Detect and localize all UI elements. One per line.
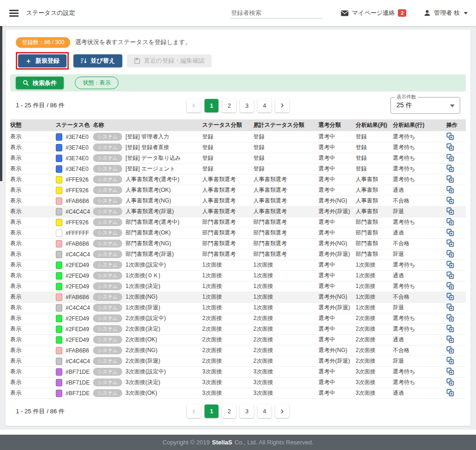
analysis-column-cell: 3次面接 <box>356 366 393 377</box>
cumulative-category-cell: 登録 <box>253 163 318 174</box>
system-tag: システム <box>93 197 122 205</box>
analysis-column-cell: 1次面接 <box>356 260 393 270</box>
user-menu[interactable]: 管理者 枝 <box>424 9 468 17</box>
copy-button[interactable] <box>446 250 454 258</box>
copy-button[interactable] <box>446 261 454 268</box>
copy-button[interactable] <box>446 239 454 247</box>
sort-button[interactable]: 並び替え <box>73 54 122 67</box>
name-cell: システム部門書類選考(辞退) <box>93 249 202 260</box>
next-page-button[interactable] <box>275 404 289 418</box>
copy-button[interactable] <box>446 314 454 322</box>
copy-icon <box>446 175 454 183</box>
analysis-column-cell: 部門書類 <box>356 217 393 228</box>
page-button-1[interactable]: 1 <box>205 99 218 112</box>
name-cell: システム2次面接(OK) <box>93 334 202 345</box>
copy-button[interactable] <box>446 207 454 215</box>
copy-button[interactable] <box>446 303 454 311</box>
category-cell: 2次面接 <box>202 334 253 345</box>
color-swatch <box>56 326 62 333</box>
cumulative-category-cell: 3次面接 <box>253 366 318 377</box>
copy-button[interactable] <box>446 346 454 354</box>
chevron-down-icon <box>464 12 468 14</box>
copy-button[interactable] <box>446 175 454 183</box>
table-row: 表示#2FED49システム1次面接(設定中)1次面接1次面接選考中1次面接選考待… <box>10 260 466 270</box>
copy-button[interactable] <box>446 357 454 365</box>
analysis-row-cell: 選考待ち <box>393 142 446 153</box>
cumulative-category-cell: 部門書類選考 <box>253 238 318 249</box>
analysis-column-cell: 1次面接 <box>356 302 393 313</box>
status-name: 3次面接(OK) <box>126 389 157 397</box>
copy-icon <box>446 271 454 279</box>
status-table: 状態ステータス色名称ステータス分類累計ステータス分類選考分類分析結果(列)分析結… <box>10 119 466 399</box>
color-hex: #BF71DE <box>66 369 90 375</box>
selection-category-cell: 選考中 <box>318 334 356 345</box>
navbar: ステータスの設定 マイページ連絡 2 管理者 枝 <box>0 0 476 26</box>
page-button-4[interactable]: 4 <box>258 404 271 418</box>
copy-button[interactable] <box>446 143 454 151</box>
page-button-3[interactable]: 3 <box>240 99 254 112</box>
analysis-column-cell: 登録 <box>356 163 393 174</box>
copy-button[interactable] <box>446 164 454 172</box>
page-button-1[interactable]: 1 <box>205 404 218 418</box>
color-cell: #FFE926 <box>56 217 93 228</box>
status-filter-chip[interactable]: 状態：表示 <box>75 77 119 89</box>
new-registration-button[interactable]: ＋ 新規登録 <box>18 54 66 67</box>
page-button-2[interactable]: 2 <box>222 99 236 112</box>
table-row: 表示#FFFFFFシステム部門書類選考(OK)部門書類選考部門書類選考選考中部門… <box>10 228 466 238</box>
per-page-select[interactable]: 表示件数 25 件 <box>390 97 460 114</box>
copy-button[interactable] <box>446 335 454 343</box>
copy-button[interactable] <box>446 325 454 333</box>
copy-button[interactable] <box>446 282 454 290</box>
state-cell: 表示 <box>10 228 56 238</box>
previous-page-button[interactable] <box>187 99 201 112</box>
search-conditions-bar: 検索条件 状態：表示 <box>10 74 466 91</box>
table-row: 表示#BF71DEシステム3次面接(決定)3次面接3次面接選考中3次面接選考待ち <box>10 377 466 388</box>
result-range-text: 1 - 25 件目 / 86 件 <box>16 101 65 110</box>
page-button-4[interactable]: 4 <box>258 99 271 112</box>
mypage-mail-link[interactable]: マイページ連絡 2 <box>341 9 406 17</box>
operation-cell <box>446 345 466 356</box>
cumulative-category-cell: 部門書類選考 <box>253 249 318 260</box>
copy-icon <box>446 186 454 194</box>
copy-button[interactable] <box>446 378 454 386</box>
cumulative-category-cell: 1次面接 <box>253 260 318 270</box>
table-row: 表示#BF71DEシステム3次面接(OK)3次面接3次面接選考中3次面接通過 <box>10 388 466 398</box>
next-page-button[interactable] <box>275 99 289 112</box>
status-name: 部門書類選考(選考中) <box>126 218 179 226</box>
recent-edits-button[interactable]: 直近の登録・編集確認 <box>127 54 212 67</box>
color-hex: #2FED49 <box>66 315 89 322</box>
copy-button[interactable] <box>446 132 454 140</box>
copy-button[interactable] <box>446 367 454 375</box>
search-conditions-button[interactable]: 検索条件 <box>16 77 64 89</box>
cumulative-category-cell: 1次面接 <box>253 292 318 302</box>
mypage-label: マイページ連絡 <box>352 9 395 17</box>
selection-category-cell: 選考中 <box>318 313 356 324</box>
category-cell: 1次面接 <box>202 281 253 292</box>
operation-cell <box>446 142 466 153</box>
analysis-row-cell: 選考待ち <box>393 260 446 270</box>
copy-button[interactable] <box>446 389 454 397</box>
page-button-3[interactable]: 3 <box>240 404 254 418</box>
menu-icon[interactable] <box>9 10 19 17</box>
state-cell: 表示 <box>10 313 56 324</box>
state-cell: 表示 <box>10 377 56 388</box>
state-cell: 表示 <box>10 142 56 153</box>
operation-cell <box>446 356 466 366</box>
count-badge: 登録数：86 / 300 <box>16 37 70 48</box>
copy-button[interactable] <box>446 271 454 279</box>
copy-button[interactable] <box>446 186 454 194</box>
cumulative-category-cell: 人事書類選考 <box>253 196 318 206</box>
person-icon <box>424 10 430 16</box>
selection-category-cell: 選考中 <box>318 163 356 174</box>
copy-button[interactable] <box>446 218 454 226</box>
copy-button[interactable] <box>446 196 454 204</box>
search-input[interactable] <box>230 7 323 19</box>
page-button-2[interactable]: 2 <box>222 404 236 418</box>
selection-category-cell: 選考中 <box>318 174 356 185</box>
copy-button[interactable] <box>446 154 454 162</box>
copy-icon <box>446 164 454 172</box>
system-tag: システム <box>93 165 122 173</box>
copy-button[interactable] <box>446 293 454 300</box>
previous-page-button[interactable] <box>187 404 201 418</box>
copy-button[interactable] <box>446 228 454 236</box>
